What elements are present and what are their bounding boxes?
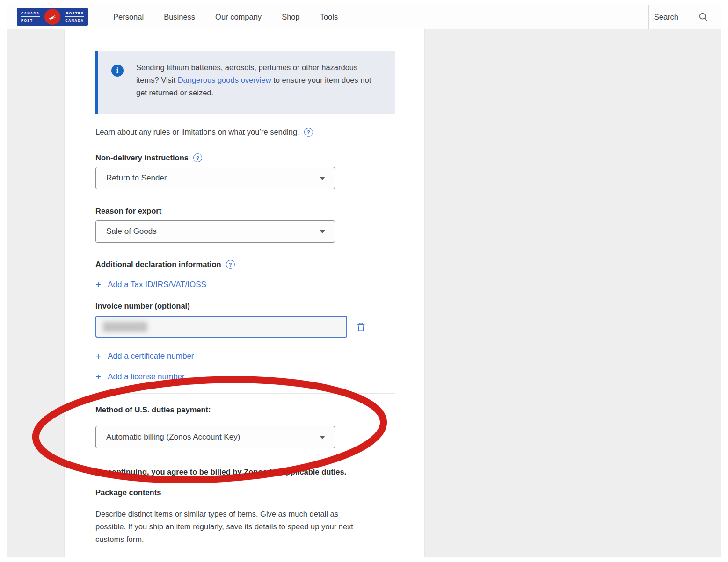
learn-rules-text: Learn about any rules or limitations on … <box>95 128 299 137</box>
add-tax-id-label: Add a Tax ID/IRS/VAT/IOSS <box>108 280 206 289</box>
reason-export-select[interactable]: Sale of Goods <box>95 220 335 243</box>
customs-form-panel: i Sending lithium batteries, aerosols, p… <box>64 29 425 557</box>
non-delivery-label: Non-delivery instructions <box>95 153 189 162</box>
package-contents-description: Describe distinct items or similar types… <box>95 508 366 546</box>
additional-declaration-label: Additional declaration information <box>95 260 221 269</box>
nav-item-shop[interactable]: Shop <box>282 13 300 22</box>
main-nav: Personal Business Our company Shop Tools <box>113 5 338 29</box>
page: CANADA POST POSTES CANADA Personal Busin… <box>0 0 728 562</box>
search-area: Search <box>654 5 708 29</box>
search-button[interactable]: Search <box>654 13 678 22</box>
plus-icon: + <box>95 372 101 382</box>
add-license-link[interactable]: + Add a license number <box>95 372 185 382</box>
duties-payment-label: Method of U.S. duties payment: <box>95 405 211 414</box>
logo-text-canada-fr: CANADA <box>65 18 84 22</box>
zonos-billing-note: By continuing, you agree to be billed by… <box>95 468 395 476</box>
logo-text-postes: POSTES <box>65 11 84 17</box>
learn-rules-help-icon[interactable]: ? <box>304 128 313 137</box>
section-divider <box>95 393 395 394</box>
logo-text-right: POSTES CANADA <box>65 11 84 22</box>
chevron-down-icon <box>320 436 325 439</box>
logo-text-left: CANADA POST <box>21 11 40 22</box>
canada-post-logo[interactable]: CANADA POST POSTES CANADA <box>17 8 88 26</box>
chevron-down-icon <box>320 177 325 180</box>
non-delivery-help-icon[interactable]: ? <box>193 153 202 162</box>
page-background: i Sending lithium batteries, aerosols, p… <box>7 29 721 557</box>
nav-item-our-company[interactable]: Our company <box>215 13 262 22</box>
dangerous-goods-info-banner: i Sending lithium batteries, aerosols, p… <box>95 51 395 114</box>
nav-item-personal[interactable]: Personal <box>113 13 144 22</box>
additional-declaration-label-row: Additional declaration information ? <box>95 260 235 269</box>
invoice-label-row: Invoice number (optional) <box>95 302 190 310</box>
add-certificate-link[interactable]: + Add a certificate number <box>95 351 194 361</box>
info-icon: i <box>111 65 124 77</box>
header-divider <box>648 5 649 29</box>
logo-text-canada: CANADA <box>21 11 40 17</box>
duties-payment-value: Automatic billing (Zonos Account Key) <box>106 432 240 442</box>
reason-export-label: Reason for export <box>95 207 161 216</box>
info-banner-text: Sending lithium batteries, aerosols, per… <box>136 61 382 99</box>
non-delivery-value: Return to Sender <box>106 173 167 183</box>
non-delivery-label-row: Non-delivery instructions ? <box>95 153 202 162</box>
logo-text-post: POST <box>21 18 40 22</box>
reason-export-label-row: Reason for export <box>95 207 161 216</box>
additional-declaration-help-icon[interactable]: ? <box>226 260 235 269</box>
redacted-invoice-value <box>103 322 147 332</box>
add-license-label: Add a license number <box>108 372 184 382</box>
nav-item-tools[interactable]: Tools <box>320 13 338 22</box>
search-icon[interactable] <box>698 12 708 22</box>
delete-invoice-icon[interactable] <box>355 320 367 332</box>
nav-item-business[interactable]: Business <box>164 13 195 22</box>
chevron-down-icon <box>320 230 325 233</box>
duties-payment-select[interactable]: Automatic billing (Zonos Account Key) <box>95 426 335 448</box>
package-contents-label: Package contents <box>95 488 161 497</box>
invoice-number-label: Invoice number (optional) <box>95 302 190 310</box>
non-delivery-select[interactable]: Return to Sender <box>95 167 335 189</box>
reason-export-value: Sale of Goods <box>106 227 157 236</box>
add-certificate-label: Add a certificate number <box>108 352 194 361</box>
plus-icon: + <box>95 280 101 289</box>
add-tax-id-link[interactable]: + Add a Tax ID/IRS/VAT/IOSS <box>95 280 206 289</box>
canada-post-wing-icon <box>44 9 60 25</box>
dangerous-goods-overview-link[interactable]: Dangerous goods overview <box>178 76 271 84</box>
duties-label-row: Method of U.S. duties payment: <box>95 405 211 414</box>
invoice-number-input[interactable] <box>95 316 347 338</box>
package-contents-label-row: Package contents <box>95 488 161 497</box>
top-navigation-bar: CANADA POST POSTES CANADA Personal Busin… <box>7 5 721 29</box>
plus-icon: + <box>95 351 101 361</box>
learn-rules-row: Learn about any rules or limitations on … <box>95 128 313 137</box>
